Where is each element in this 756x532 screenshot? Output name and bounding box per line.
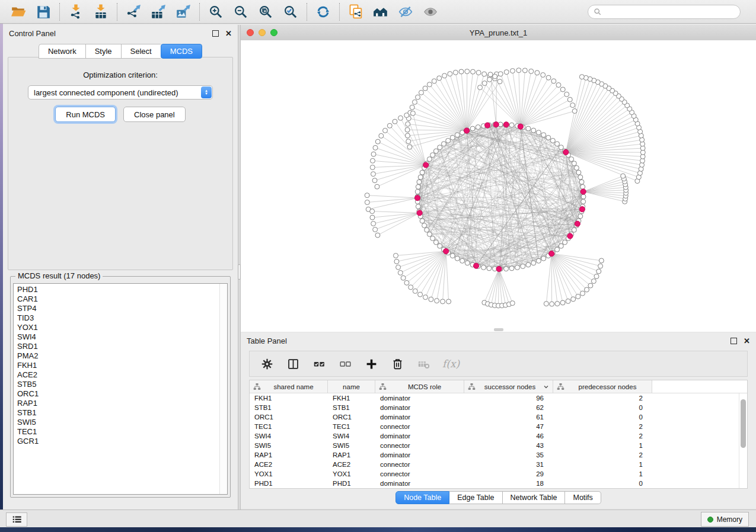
zoom-selected-icon[interactable]: [280, 3, 301, 21]
mcds-result-item[interactable]: TID3: [17, 313, 227, 323]
column-header-name[interactable]: name: [328, 380, 375, 393]
save-icon[interactable]: [33, 3, 53, 21]
export-image-icon[interactable]: [173, 3, 193, 21]
table-cell: YOX1: [328, 470, 375, 477]
column-header-predecessor-nodes[interactable]: predecessor nodes: [553, 380, 652, 393]
status-bar: Memory: [0, 509, 756, 527]
mcds-result-item[interactable]: FKH1: [17, 361, 227, 370]
open-icon[interactable]: [8, 3, 28, 21]
table-row[interactable]: SWI5SWI5connector431: [250, 441, 747, 450]
table-row[interactable]: TEC1TEC1connector472: [250, 422, 747, 431]
mcds-result-item[interactable]: PHD1: [17, 285, 227, 294]
table-row[interactable]: STB1STB1dominator620: [250, 403, 747, 412]
mcds-list-scrollbar[interactable]: [219, 284, 227, 494]
close-table-panel-icon[interactable]: ✕: [744, 337, 750, 345]
import-table-icon[interactable]: [91, 3, 111, 21]
optimization-criterion-label: Optimization criterion:: [8, 70, 232, 79]
mcds-result-item[interactable]: SWI5: [17, 418, 227, 427]
column-header-successor-nodes[interactable]: successor nodes: [464, 380, 553, 393]
add-row-icon[interactable]: [364, 357, 378, 371]
mcds-result-title: MCDS result (17 nodes): [15, 271, 103, 280]
mcds-result-item[interactable]: GCR1: [17, 437, 227, 446]
table-row[interactable]: ORC1ORC1dominator610: [250, 412, 747, 422]
table-cell: SWI5: [328, 442, 375, 449]
table-cell: STB1: [328, 404, 375, 411]
close-panel-icon[interactable]: ✕: [225, 30, 232, 37]
export-network-icon[interactable]: [123, 3, 143, 21]
tab-network[interactable]: Network: [39, 44, 85, 59]
memory-button[interactable]: Memory: [701, 512, 749, 527]
zoom-in-icon[interactable]: [206, 3, 226, 21]
node-table[interactable]: shared namenameMCDS rolesuccessor nodesp…: [249, 380, 748, 489]
column-header-shared-name[interactable]: shared name: [250, 380, 328, 393]
table-cell: 96: [464, 395, 553, 402]
network-canvas[interactable]: [241, 40, 756, 332]
tab-edge-table[interactable]: Edge Table: [449, 491, 502, 504]
run-mcds-button[interactable]: Run MCDS: [55, 107, 116, 122]
mcds-result-item[interactable]: TEC1: [17, 427, 227, 437]
table-row[interactable]: FKH1FKH1dominator962: [250, 393, 747, 403]
hide-selected-icon[interactable]: [395, 3, 416, 21]
tab-select[interactable]: Select: [121, 44, 161, 59]
tab-style[interactable]: Style: [85, 44, 121, 59]
optimization-criterion-select[interactable]: largest connected component (undirected)…: [28, 85, 213, 100]
table-cell: PHD1: [250, 480, 328, 487]
select-all-icon[interactable]: [312, 357, 326, 371]
tab-network-table[interactable]: Network Table: [503, 491, 566, 504]
refresh-icon[interactable]: [313, 3, 333, 21]
zoom-fit-icon[interactable]: [256, 3, 276, 21]
horizontal-splitter-handle[interactable]: [494, 328, 503, 331]
show-all-icon[interactable]: [420, 3, 441, 21]
table-cell: 0: [553, 480, 652, 487]
table-cell: dominator: [375, 451, 464, 459]
zoom-out-icon[interactable]: [231, 3, 251, 21]
panel-menu-button[interactable]: [6, 512, 27, 527]
tree-icon: [379, 383, 387, 390]
search-text-field[interactable]: [605, 7, 735, 17]
clone-network-icon[interactable]: [346, 3, 366, 21]
search-input[interactable]: [588, 5, 741, 19]
mcds-result-item[interactable]: STB1: [17, 408, 227, 418]
table-scrollbar-thumb[interactable]: [741, 399, 746, 448]
table-cell: dominator: [375, 404, 464, 411]
close-panel-button[interactable]: Close panel: [123, 107, 186, 122]
mcds-result-item[interactable]: SWI4: [17, 332, 227, 342]
mcds-result-item[interactable]: ACE2: [17, 370, 227, 380]
export-table-icon[interactable]: [148, 3, 168, 21]
delete-row-icon[interactable]: [390, 357, 404, 371]
mcds-result-item[interactable]: SRD1: [17, 342, 227, 351]
mcds-result-item[interactable]: YOX1: [17, 323, 227, 332]
table-cell: SWI4: [250, 432, 328, 440]
network-graph[interactable]: [241, 40, 756, 332]
table-bottom-tabs: Node TableEdge TableNetwork TableMotifs: [241, 491, 756, 504]
mcds-result-item[interactable]: STP4: [17, 304, 227, 313]
control-panel-tabs: NetworkStyleSelectMCDS: [3, 44, 238, 59]
table-row[interactable]: YOX1YOX1connector291: [250, 469, 747, 479]
mcds-result-item[interactable]: RAP1: [17, 399, 227, 408]
table-row[interactable]: SWI4SWI4dominator462: [250, 431, 747, 441]
mcds-result-list[interactable]: PHD1CAR1STP4TID3YOX1SWI4SRD1PMA2FKH1ACE2…: [13, 283, 228, 495]
float-table-panel-icon[interactable]: [731, 338, 737, 344]
table-cell: RAP1: [328, 451, 375, 459]
first-neighbors-icon[interactable]: [371, 3, 391, 21]
table-row[interactable]: RAP1RAP1dominator352: [250, 450, 747, 460]
mcds-result-item[interactable]: PMA2: [17, 351, 227, 361]
table-cell: TEC1: [250, 423, 328, 430]
settings-gear-icon[interactable]: [260, 357, 274, 371]
mcds-result-item[interactable]: CAR1: [17, 294, 227, 304]
column-header-MCDS-role[interactable]: MCDS role: [375, 380, 464, 393]
deselect-all-icon[interactable]: [338, 357, 352, 371]
table-cell: 61: [464, 414, 553, 421]
tab-mcds[interactable]: MCDS: [161, 44, 202, 59]
mcds-result-item[interactable]: STB5: [17, 380, 227, 389]
columns-icon[interactable]: [286, 357, 300, 371]
tab-node-table[interactable]: Node Table: [395, 491, 449, 504]
import-network-icon[interactable]: [66, 3, 86, 21]
table-scrollbar[interactable]: [739, 393, 747, 488]
table-row[interactable]: ACE2ACE2connector311: [250, 460, 747, 469]
table-cell: 1: [553, 461, 652, 468]
table-row[interactable]: PHD1PHD1dominator180: [250, 479, 747, 488]
float-panel-icon[interactable]: [212, 30, 219, 37]
tab-motifs[interactable]: Motifs: [565, 491, 601, 504]
mcds-result-item[interactable]: ORC1: [17, 389, 227, 399]
